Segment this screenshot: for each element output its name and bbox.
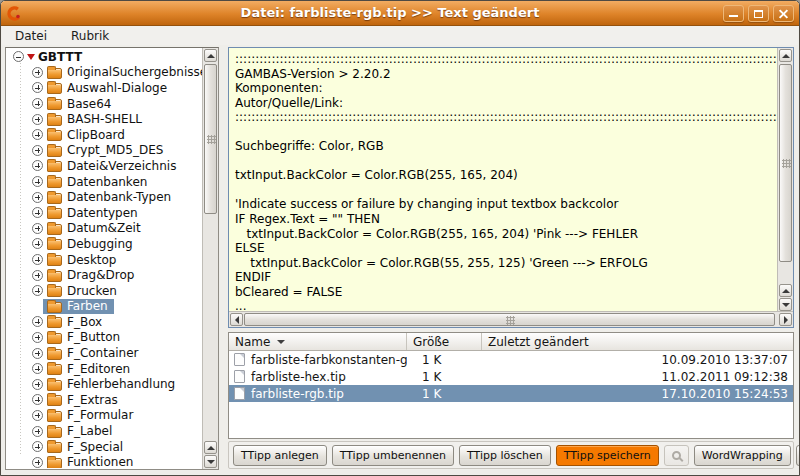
scroll-left-button[interactable] [230,313,243,326]
tree-item-node[interactable]: Datenbanken [43,174,153,190]
expand-icon[interactable] [32,316,43,327]
tree-item-node[interactable]: Desktop [43,252,123,268]
expand-icon[interactable] [32,426,43,437]
expand-icon[interactable] [32,285,43,296]
ttipp-anlegen-button[interactable]: TTipp anlegen [233,445,327,466]
tree-vertical-scrollbar[interactable] [202,48,218,469]
tree-item-node[interactable]: Datenbank-Typen [43,189,177,205]
scroll-up-button[interactable] [204,49,217,62]
tree-item-node[interactable]: Fehlerbehandlung [43,376,181,392]
expand-icon[interactable] [32,67,43,78]
expand-icon[interactable] [32,332,43,343]
tree-item[interactable]: Datenbanken [6,174,202,190]
scroll-up-button[interactable] [779,49,792,62]
scrollbar-thumb[interactable] [779,64,792,262]
menu-item-rubrik[interactable]: Rubrik [71,29,109,43]
tree-item[interactable]: F_Container [6,345,202,361]
tree-item-node[interactable]: Datentypen [43,205,144,221]
ttipp-l-schen-button[interactable]: TTipp löschen [459,445,551,466]
tree-item-node[interactable]: Datei&Verzeichnis [43,158,182,174]
tree-item-node[interactable]: F_Extras [43,392,124,408]
tree-item[interactable]: Datum&Zeit [6,221,202,237]
column-header-modified[interactable]: Zuletzt geändert [482,333,793,350]
tree-item[interactable]: Auswahl-Dialoge [6,80,202,96]
menu-item-datei[interactable]: Datei [15,29,47,43]
scroll-down-button[interactable] [204,455,217,468]
tree-item[interactable]: F_Formular [6,408,202,424]
ende-button[interactable]: Ende [796,445,800,466]
tree-item[interactable]: F_Extras [6,392,202,408]
expand-icon[interactable] [32,114,43,125]
scroll-up-button-secondary[interactable] [204,441,217,454]
expand-icon[interactable] [32,441,43,452]
tree-item[interactable]: Drag&Drop [6,267,202,283]
tree-item-node[interactable]: ClipBoard [43,127,131,143]
tree-item-node[interactable]: 0riginalSuchergebnisse [43,65,202,81]
expand-icon[interactable] [32,348,43,359]
tree-item-node[interactable]: Debugging [43,236,139,252]
scroll-up-button-secondary[interactable] [779,284,792,297]
expand-icon[interactable] [32,363,43,374]
scroll-right-button[interactable] [779,313,792,326]
tree-item-node[interactable]: Datum&Zeit [43,221,147,237]
tree-item[interactable]: Crypt_MD5_DES [6,143,202,159]
tree-item[interactable]: Debugging [6,236,202,252]
expand-icon[interactable] [32,410,43,421]
tree-item[interactable]: Datenbank-Typen [6,189,202,205]
wordwrapping-button[interactable]: WordWrapping [694,445,791,466]
tree-item-node[interactable]: F_Container [43,345,145,361]
tree-item-node[interactable]: Base64 [43,96,118,112]
tree-item-node[interactable]: Auswahl-Dialoge [43,80,173,96]
table-row[interactable]: farbliste-rgb.tip1 K17.10.2010 15:24:53 [229,385,793,402]
expand-icon[interactable] [32,379,43,390]
minimize-button[interactable] [723,5,744,22]
editor-horizontal-scrollbar[interactable] [229,311,793,327]
tree-item[interactable]: ClipBoard [6,127,202,143]
tree-item-node[interactable]: Crypt_MD5_DES [43,143,169,159]
tree-item-node[interactable]: Drucken [43,283,123,299]
expand-icon[interactable] [32,254,43,265]
scrollbar-thumb[interactable] [204,64,217,214]
tree-item-node[interactable]: Drag&Drop [43,267,140,283]
expand-icon[interactable] [32,176,43,187]
ttipp-umbenennen-button[interactable]: TTipp umbenennen [332,445,454,466]
expand-icon[interactable] [32,145,43,156]
ttipp-speichern-button[interactable]: TTipp speichern [556,445,659,466]
tree-item[interactable]: Desktop [6,252,202,268]
tree-item-node[interactable]: F_Box [43,314,108,330]
tree-root-item[interactable]: GBTTT [6,49,202,65]
table-row[interactable]: farbliste-hex.tip1 K11.02.2011 09:12:38 [229,368,793,385]
tree-item-node[interactable]: F_Editoren [43,361,136,377]
tree-item-node[interactable]: BASH-SHELL [43,111,148,127]
close-button[interactable] [773,5,794,22]
tree-item[interactable]: F_Special [6,439,202,455]
expand-icon[interactable] [32,394,43,405]
expand-icon[interactable] [32,82,43,93]
tree-item[interactable]: Base64 [6,96,202,112]
scroll-down-button[interactable] [779,298,792,311]
tree-item-node[interactable]: Funktionen [43,454,139,468]
tree-item-node[interactable]: F_Special [43,439,129,455]
table-row[interactable]: farbliste-farbkonstanten-gambas.tip1 K10… [229,351,793,368]
maximize-button[interactable] [748,5,769,22]
tree-item[interactable]: Datentypen [6,205,202,221]
tree-item-node[interactable]: F_Formular [43,408,139,424]
column-header-name[interactable]: Name [229,333,407,350]
tree-item[interactable]: F_Label [6,423,202,439]
column-header-size[interactable]: Größe [407,333,482,350]
tree-item-node[interactable]: F_Label [43,423,118,439]
tree-item[interactable]: Farben [6,299,202,315]
tree-item[interactable]: Datei&Verzeichnis [6,158,202,174]
tree-item-node[interactable]: Farben [43,299,114,315]
tree-item-node[interactable]: F_Button [43,330,126,346]
tree-item[interactable]: Drucken [6,283,202,299]
tree-item[interactable]: F_Editoren [6,361,202,377]
tree-item[interactable]: 0riginalSuchergebnisse [6,65,202,81]
tree-item[interactable]: F_Button [6,330,202,346]
expand-icon[interactable] [32,98,43,109]
tree-item[interactable]: BASH-SHELL [6,111,202,127]
editor-vertical-scrollbar[interactable] [777,48,793,312]
expand-icon[interactable] [32,160,43,171]
tip-editor[interactable]: ::::::::::::::::::::::::::::::::::::::::… [228,47,794,328]
tree-item[interactable]: Funktionen [6,454,202,468]
